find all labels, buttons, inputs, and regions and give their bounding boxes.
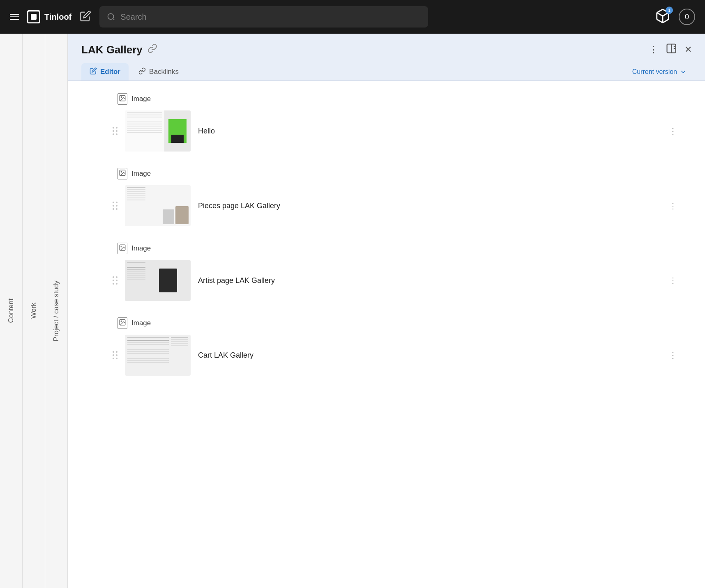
image-label-text-4: Image (131, 319, 151, 327)
image-label-4: Image (109, 317, 680, 329)
sidebar-item-work[interactable]: Work (23, 34, 45, 588)
image-label-1: Image (109, 93, 680, 105)
logo-icon (27, 10, 40, 23)
svg-rect-1 (31, 14, 37, 20)
split-view-button[interactable] (666, 43, 677, 57)
image-block-3: Image (109, 243, 680, 301)
box-icon[interactable]: 1 (655, 8, 670, 25)
image-thumbnail-2 (125, 185, 191, 226)
editor-body: Image (68, 81, 705, 588)
image-icon-1 (118, 93, 127, 105)
image-label-text-2: Image (131, 170, 151, 178)
svg-point-13 (121, 246, 122, 247)
search-icon (107, 12, 115, 21)
drag-handle-4[interactable] (109, 348, 121, 363)
close-button[interactable]: ✕ (684, 44, 692, 55)
version-label: Current version (632, 68, 677, 76)
image-icon-3 (118, 243, 127, 254)
image-row-2: Pieces page LAK Gallery ⋮ (109, 185, 680, 226)
backlinks-tab-icon (138, 67, 146, 76)
editor-tab-icon (90, 67, 97, 76)
edit-icon[interactable] (80, 10, 91, 24)
image-name-4: Cart LAK Gallery (198, 351, 666, 360)
version-selector[interactable]: Current version (627, 66, 692, 78)
drag-handle-3[interactable] (109, 273, 121, 288)
doc-title-text: LAK Gallery (81, 44, 143, 56)
image-name-3: Artist page LAK Gallery (198, 276, 666, 285)
image-name-2: Pieces page LAK Gallery (198, 202, 666, 210)
image-icon-4 (118, 317, 127, 329)
image-label-2: Image (109, 168, 680, 179)
row-more-button-1[interactable]: ⋮ (666, 124, 680, 138)
doc-link-icon[interactable] (147, 44, 157, 56)
search-input[interactable] (120, 12, 421, 22)
doc-tabs-left: Editor Backlinks (81, 63, 187, 80)
user-avatar[interactable]: 0 (679, 9, 695, 25)
sidebar-project-label: Project / case study (52, 280, 60, 341)
row-more-button-2[interactable]: ⋮ (666, 199, 680, 212)
image-label-text-3: Image (131, 244, 151, 253)
drag-handle-1[interactable] (109, 124, 121, 138)
row-more-button-4[interactable]: ⋮ (666, 349, 680, 362)
doc-header-actions: ⋮ ✕ (649, 43, 692, 57)
hamburger-menu-icon[interactable] (10, 14, 19, 20)
image-row-4: Cart LAK Gallery ⋮ (109, 335, 680, 376)
svg-point-2 (108, 14, 114, 19)
document-tabs: Editor Backlinks Current version (81, 63, 692, 80)
image-thumbnail-3 (125, 260, 191, 301)
image-icon-2 (118, 168, 127, 179)
image-name-1: Hello (198, 127, 666, 136)
image-row-1: Hello ⋮ (109, 110, 680, 152)
image-label-3: Image (109, 243, 680, 254)
image-block-4: Image (109, 317, 680, 376)
image-thumbnail-1 (125, 110, 191, 152)
main-layout: Content Work Project / case study LAK Ga… (0, 34, 705, 588)
svg-point-15 (121, 321, 122, 322)
sidebar-work-label: Work (30, 303, 38, 319)
logo[interactable]: Tinloof (27, 10, 71, 23)
sidebar-content-label: Content (7, 299, 15, 323)
search-bar[interactable] (99, 6, 428, 28)
document-title: LAK Gallery (81, 44, 157, 56)
tab-editor-label: Editor (100, 68, 120, 76)
image-row-3: Artist page LAK Gallery ⋮ (109, 260, 680, 301)
tab-backlinks-label: Backlinks (149, 68, 179, 76)
image-block-1: Image (109, 93, 680, 152)
image-thumbnail-4 (125, 335, 191, 376)
notification-badge: 1 (666, 7, 673, 14)
document-header: LAK Gallery ⋮ (68, 34, 705, 81)
more-options-button[interactable]: ⋮ (649, 44, 658, 55)
content-area: LAK Gallery ⋮ (68, 34, 705, 588)
sidebar: Content Work Project / case study (0, 34, 68, 588)
image-block-2: Image (109, 168, 680, 226)
sidebar-item-project[interactable]: Project / case study (45, 34, 68, 588)
svg-point-9 (121, 96, 122, 97)
doc-header-top: LAK Gallery ⋮ (81, 43, 692, 57)
drag-handle-2[interactable] (109, 198, 121, 213)
chevron-down-icon (680, 68, 687, 76)
image-label-text-1: Image (131, 95, 151, 103)
svg-point-11 (121, 171, 122, 172)
row-more-button-3[interactable]: ⋮ (666, 274, 680, 287)
nav-right-actions: 1 0 (655, 8, 695, 25)
tab-backlinks[interactable]: Backlinks (130, 63, 187, 80)
top-navigation: Tinloof 1 0 (0, 0, 705, 34)
sidebar-item-content[interactable]: Content (0, 34, 23, 588)
logo-text: Tinloof (44, 12, 71, 22)
tab-editor[interactable]: Editor (81, 63, 129, 80)
